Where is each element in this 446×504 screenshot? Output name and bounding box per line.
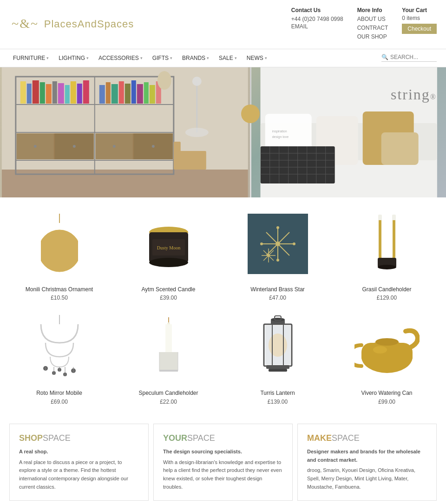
svg-rect-11	[40, 82, 45, 104]
your-space-title: YOURSPACE	[163, 433, 283, 443]
svg-point-125	[375, 338, 399, 346]
svg-rect-39	[178, 151, 206, 170]
svg-text:inspiration: inspiration	[272, 130, 287, 133]
svg-point-117	[269, 334, 287, 357]
hero-reg-symbol: ®	[430, 93, 437, 101]
product-item[interactable]: Grasil Candleholder £129.00	[337, 207, 437, 301]
svg-rect-20	[106, 82, 111, 104]
product-image	[337, 310, 437, 385]
svg-point-83	[293, 242, 295, 245]
svg-text:Dusty Moon: Dusty Moon	[157, 245, 180, 250]
svg-point-33	[73, 145, 76, 148]
product-item[interactable]: Roto Mirror Mobile £69.00	[9, 310, 109, 405]
svg-rect-16	[71, 81, 76, 104]
product-image	[228, 310, 328, 385]
product-name: Roto Mirror Mobile	[9, 389, 109, 397]
product-name: Winterland Brass Star	[228, 286, 328, 294]
product-price: £139.00	[228, 399, 328, 405]
svg-point-43	[185, 128, 209, 137]
product-price: £39.00	[118, 295, 218, 301]
product-item[interactable]: Vivero Watering Can £99.00	[337, 310, 437, 405]
more-info-label: More Info	[357, 7, 388, 13]
make-space-text-1: Designer makers and brands for the whole…	[307, 448, 427, 464]
product-price: £47.00	[228, 295, 328, 301]
chevron-down-icon: ▾	[170, 56, 172, 60]
nav-accessories[interactable]: ACCESSORIES ▾	[95, 53, 146, 63]
hero-brand-text: string	[391, 86, 430, 103]
nav-news[interactable]: NEWS ▾	[243, 53, 271, 63]
svg-point-32	[34, 145, 37, 148]
search-input[interactable]	[390, 54, 437, 60]
nav-brands[interactable]: BRANDS ▾	[178, 53, 213, 63]
svg-rect-94	[392, 215, 396, 220]
product-name: Vivero Watering Can	[337, 389, 437, 397]
email-link[interactable]: EMAIL	[291, 23, 343, 30]
your-space-card[interactable]: YOURSPACE The design sourcing specialist…	[153, 424, 293, 501]
svg-rect-23	[125, 84, 131, 104]
svg-point-92	[378, 265, 396, 269]
product-price: £22.00	[118, 399, 218, 405]
our-shop-link[interactable]: OUR SHOP	[357, 33, 388, 41]
nav-gifts[interactable]: GIFTS ▾	[149, 53, 176, 63]
chevron-down-icon: ▾	[235, 56, 237, 60]
nav-sale[interactable]: SALE ▾	[215, 53, 241, 63]
make-space-card[interactable]: MAKESPACE Designer makers and brands for…	[297, 424, 437, 501]
product-price: £99.00	[337, 399, 437, 405]
product-item[interactable]: Dusty Moon Aytm Scented Candle £39.00	[118, 207, 218, 301]
product-item[interactable]: Speculum Candleholder £22.00	[118, 310, 218, 405]
svg-rect-124	[361, 343, 413, 366]
search-bar[interactable]: 🔍	[381, 54, 437, 62]
product-image	[9, 207, 109, 281]
svg-rect-51	[381, 132, 418, 165]
products-row-2: Roto Mirror Mobile £69.00	[9, 310, 437, 405]
svg-rect-21	[112, 84, 118, 104]
svg-point-88	[267, 254, 270, 257]
svg-text:design love: design love	[272, 135, 289, 139]
shop-space-card[interactable]: SHOPSPACE A real shop. A real place to d…	[9, 424, 149, 501]
nav-lighting[interactable]: LIGHTING ▾	[55, 53, 92, 63]
checkout-button[interactable]: Checkout	[402, 24, 437, 34]
site-header: ~&~ PlacesAndSpaces Contact Us +44 (0)20…	[0, 0, 446, 49]
product-price: £10.50	[9, 295, 109, 301]
svg-rect-25	[137, 84, 143, 104]
svg-rect-109	[159, 352, 178, 371]
svg-point-37	[113, 145, 116, 148]
svg-rect-13	[52, 81, 57, 104]
product-item[interactable]: Winterland Brass Star £47.00	[228, 207, 328, 301]
product-image	[9, 310, 109, 385]
phone-number: +44 (0)20 7498 0998	[291, 15, 343, 23]
your-space-text-1: The design sourcing specialists.	[163, 448, 283, 456]
svg-point-79	[275, 242, 280, 246]
product-image: Dusty Moon	[118, 207, 218, 281]
make-space-text-2: droog, Smarin, Kyouei Design, Oficina Kr…	[307, 466, 427, 491]
search-icon: 🔍	[381, 54, 388, 60]
products-section: Monili Christmas Ornament £10.50 Dusty M…	[0, 197, 446, 424]
svg-rect-27	[150, 85, 155, 104]
svg-point-126	[373, 346, 387, 353]
product-name: Turris Lantern	[228, 389, 328, 397]
svg-point-71	[149, 258, 188, 267]
svg-rect-12	[46, 84, 52, 104]
shop-space-text-1: A real shop.	[19, 448, 139, 456]
svg-point-44	[157, 71, 171, 90]
svg-rect-8	[20, 81, 26, 104]
contract-link[interactable]: CONTRACT	[357, 24, 388, 33]
about-us-link[interactable]: ABOUT US	[357, 15, 388, 24]
spaces-section: SHOPSPACE A real shop. A real place to d…	[0, 424, 446, 504]
cart-label: Your Cart	[402, 7, 437, 13]
product-name: Speculum Candleholder	[118, 389, 218, 397]
product-name: Grasil Candleholder	[337, 286, 437, 294]
chevron-down-icon: ▾	[140, 56, 143, 60]
svg-rect-10	[33, 80, 39, 104]
more-info: More Info ABOUT US CONTRACT OUR SHOP	[357, 7, 388, 42]
svg-rect-26	[144, 82, 149, 104]
svg-rect-40	[174, 142, 181, 170]
svg-rect-9	[27, 84, 32, 104]
product-price: £129.00	[337, 295, 437, 301]
chevron-down-icon: ▾	[46, 56, 49, 60]
site-logo[interactable]: ~&~ PlacesAndSpaces	[9, 15, 134, 33]
product-item[interactable]: Monili Christmas Ornament £10.50	[9, 207, 109, 301]
product-item[interactable]: Turris Lantern £139.00	[228, 310, 328, 405]
svg-rect-108	[165, 324, 172, 352]
nav-furniture[interactable]: FURNITURE ▾	[9, 53, 52, 63]
